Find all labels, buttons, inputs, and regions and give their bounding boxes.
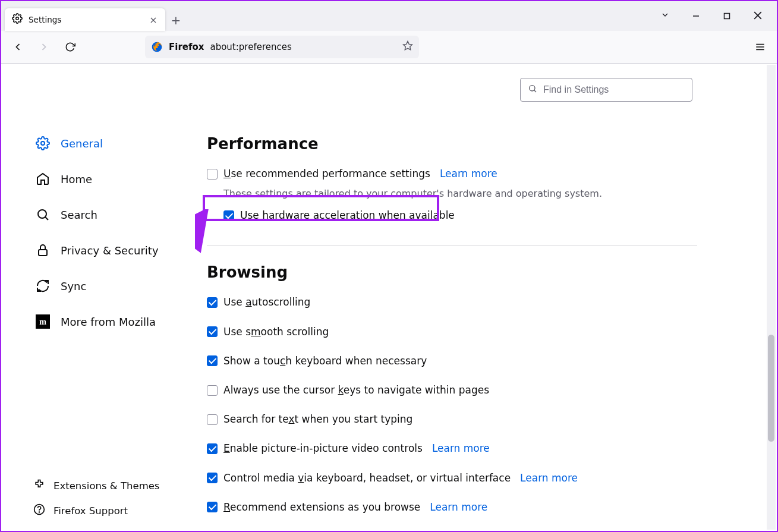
- browsing-checkbox-5[interactable]: [207, 443, 218, 454]
- svg-point-17: [39, 512, 40, 512]
- learn-more-link[interactable]: Learn more: [440, 166, 497, 182]
- settings-content: Performance Use recommended performance …: [195, 64, 777, 531]
- svg-text:m: m: [39, 317, 46, 326]
- minimize-button[interactable]: [688, 11, 704, 22]
- sidebar-item-sync[interactable]: Sync: [33, 272, 195, 300]
- svg-rect-2: [725, 13, 730, 18]
- svg-line-19: [534, 90, 536, 92]
- browsing-checkbox-1[interactable]: [207, 326, 218, 337]
- hw-accel-label: Use hardware acceleration when available: [240, 207, 455, 223]
- browsing-option: Always use the cursor keys to navigate w…: [207, 382, 697, 398]
- svg-point-11: [38, 210, 46, 218]
- sidebar-item-label: Privacy & Security: [61, 244, 159, 257]
- sidebar-item-label: Sync: [61, 280, 86, 292]
- browsing-option: Use smooth scrolling: [207, 324, 697, 340]
- link-label: Extensions & Themes: [53, 480, 159, 492]
- app-menu-button[interactable]: [749, 36, 771, 58]
- browsing-option: Recommend extensions as you browseLearn …: [207, 499, 697, 515]
- learn-more-link[interactable]: Learn more: [417, 528, 475, 531]
- browsing-label: Recommend extensions as you browse: [223, 499, 420, 515]
- svg-point-10: [41, 141, 45, 145]
- sidebar-item-label: Home: [61, 173, 92, 185]
- home-icon: [36, 172, 50, 186]
- nav-toolbar: Firefox about:preferences: [1, 31, 777, 64]
- browsing-checkbox-6[interactable]: [207, 473, 218, 483]
- url-address: about:preferences: [210, 42, 291, 52]
- forward-button[interactable]: [33, 36, 55, 58]
- browser-tab[interactable]: Settings ×: [5, 8, 165, 31]
- svg-point-0: [16, 17, 19, 20]
- sidebar-item-home[interactable]: Home: [33, 165, 195, 193]
- settings-sidebar: General Home Search Privacy & Security S…: [1, 64, 195, 531]
- svg-line-12: [45, 217, 48, 220]
- link-label: Firefox Support: [53, 505, 128, 517]
- close-window-button[interactable]: [749, 11, 766, 22]
- search-icon: [36, 207, 50, 222]
- browsing-option: Recommend features as you browseLearn mo…: [207, 528, 697, 531]
- svg-point-18: [530, 86, 535, 91]
- sidebar-item-search[interactable]: Search: [33, 200, 195, 229]
- tab-bar: Settings × +: [1, 1, 777, 31]
- browsing-option: Show a touch keyboard when necessary: [207, 353, 697, 369]
- lock-icon: [36, 243, 50, 257]
- browsing-label: Recommend features as you browse: [223, 528, 408, 531]
- scrollbar-thumb[interactable]: [768, 335, 774, 442]
- hw-accel-checkbox[interactable]: [223, 210, 234, 221]
- browsing-option: Search for text when you start typing: [207, 411, 697, 427]
- section-divider: [207, 245, 697, 245]
- svg-line-21: [195, 214, 204, 298]
- recommended-perf-checkbox[interactable]: [207, 169, 218, 180]
- firefox-support-link[interactable]: Firefox Support: [33, 503, 159, 518]
- browsing-label: Use smooth scrolling: [223, 324, 329, 340]
- search-icon: [528, 84, 537, 96]
- settings-search-input[interactable]: [543, 84, 685, 95]
- browsing-heading: Browsing: [207, 263, 697, 281]
- sync-icon: [36, 279, 50, 293]
- back-button[interactable]: [7, 36, 29, 58]
- firefox-icon: [151, 41, 163, 53]
- bookmark-star-icon[interactable]: [402, 40, 413, 53]
- puzzle-icon: [33, 479, 45, 493]
- browsing-option: Use autoscrolling: [207, 294, 697, 310]
- browsing-checkbox-4[interactable]: [207, 414, 218, 425]
- tab-title: Settings: [29, 15, 143, 24]
- browsing-label: Always use the cursor keys to navigate w…: [223, 382, 489, 398]
- mozilla-icon: m: [36, 314, 50, 329]
- sidebar-item-more-mozilla[interactable]: m More from Mozilla: [33, 307, 195, 336]
- browsing-label: Show a touch keyboard when necessary: [223, 353, 427, 369]
- sidebar-item-label: Search: [61, 209, 97, 221]
- maximize-button[interactable]: [719, 11, 735, 22]
- sidebar-item-label: More from Mozilla: [61, 316, 156, 328]
- settings-search-box[interactable]: [520, 78, 692, 102]
- browsing-checkbox-2[interactable]: [207, 355, 218, 366]
- performance-desc: These settings are tailored to your comp…: [223, 188, 697, 199]
- browsing-label: Enable picture-in-picture video controls: [223, 440, 423, 457]
- url-brand: Firefox: [169, 42, 204, 52]
- browsing-checkbox-7[interactable]: [207, 502, 218, 512]
- sidebar-item-general[interactable]: General: [33, 129, 195, 158]
- url-bar[interactable]: Firefox about:preferences: [145, 36, 419, 58]
- main-area: General Home Search Privacy & Security S…: [1, 64, 777, 531]
- browsing-checkbox-0[interactable]: [207, 297, 218, 308]
- chevron-down-icon[interactable]: [657, 10, 673, 22]
- browsing-option: Control media via keyboard, headset, or …: [207, 470, 697, 486]
- scrollbar[interactable]: [767, 65, 776, 530]
- gear-icon: [12, 13, 23, 26]
- svg-rect-13: [39, 250, 47, 256]
- recommended-perf-label: Use recommended performance settings: [223, 166, 430, 182]
- learn-more-link[interactable]: Learn more: [520, 470, 578, 486]
- performance-heading: Performance: [207, 135, 697, 153]
- sidebar-item-privacy[interactable]: Privacy & Security: [33, 236, 195, 265]
- new-tab-button[interactable]: +: [165, 10, 187, 31]
- learn-more-link[interactable]: Learn more: [430, 499, 487, 515]
- browsing-label: Use autoscrolling: [223, 294, 310, 310]
- learn-more-link[interactable]: Learn more: [432, 440, 490, 457]
- reload-button[interactable]: [59, 36, 81, 58]
- svg-marker-6: [403, 42, 412, 50]
- sidebar-item-label: General: [61, 137, 103, 150]
- extensions-themes-link[interactable]: Extensions & Themes: [33, 479, 159, 493]
- tab-close-button[interactable]: ×: [149, 14, 158, 26]
- browsing-checkbox-3[interactable]: [207, 385, 218, 396]
- browsing-label: Search for text when you start typing: [223, 411, 412, 427]
- browsing-option: Enable picture-in-picture video controls…: [207, 440, 697, 457]
